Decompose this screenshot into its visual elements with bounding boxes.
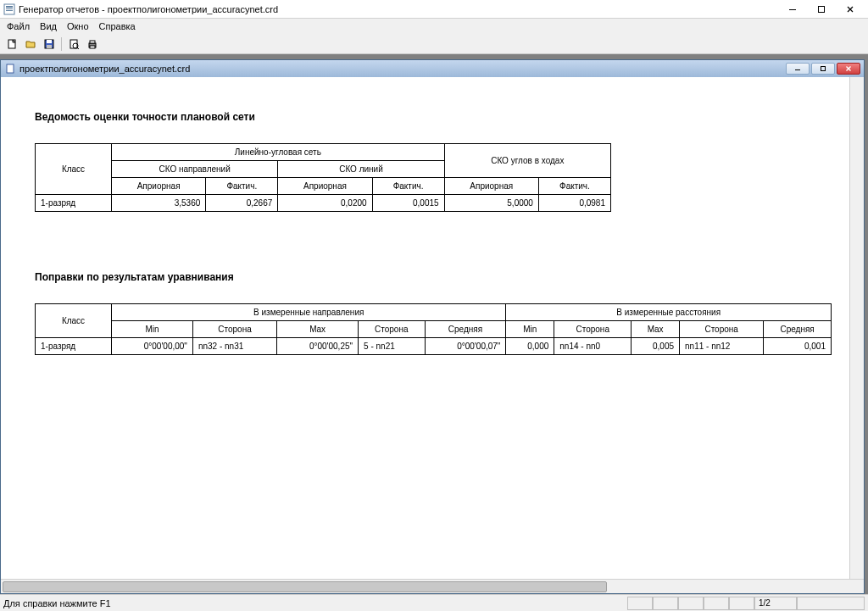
t1-r0-dir-ap: 3,5360 [112, 195, 206, 212]
new-button[interactable] [3, 36, 20, 53]
t2-r0-d-min-side: nn32 - nn31 [192, 338, 276, 355]
t2-h-s-max: Max [632, 321, 680, 338]
t1-r0-ang-ap: 5,0000 [444, 195, 538, 212]
t2-r0-s-max: 0,005 [632, 338, 680, 355]
close-button[interactable] [836, 1, 865, 18]
section2-title: Поправки по результатам уравнивания [35, 271, 830, 283]
status-page-indicator: 1/2 [754, 597, 797, 610]
table-row: 1-разряд 0°00'00,00" nn32 - nn31 0°00'00… [36, 338, 832, 355]
t2-h-meas-dir: В измеренные направления [112, 304, 506, 321]
t1-r0-lin-ap: 0,0200 [278, 195, 372, 212]
t2-h-d-avg: Средняя [425, 321, 506, 338]
t2-h-d-min-side: Сторона [192, 321, 276, 338]
statusbar: Для справки нажмите F1 1/2 [0, 594, 868, 611]
document-controls [786, 63, 860, 75]
mdi-client: проектполигонометрии_accuracynet.crd Вед… [0, 54, 868, 594]
t1-r0-dir-fc: 0,2667 [206, 195, 278, 212]
app-icon [3, 3, 15, 15]
print-preview-button[interactable] [65, 36, 82, 53]
status-cell-1 [627, 597, 653, 610]
t2-h-s-min: Min [506, 321, 554, 338]
t2-r0-s-min-side: nn14 - nn0 [554, 338, 632, 355]
t2-r0-s-avg: 0,001 [764, 338, 832, 355]
t1-h-linang: Линейно-угловая сеть [112, 144, 445, 161]
t1-h-dir-ap: Априорная [112, 178, 206, 195]
status-cell-7 [797, 597, 865, 610]
svg-rect-8 [47, 40, 52, 43]
status-cell-3 [678, 597, 704, 610]
status-cells: 1/2 [627, 597, 865, 610]
svg-rect-16 [7, 64, 14, 73]
t2-r0-s-max-side: nn11 - nn12 [680, 338, 764, 355]
t2-h-meas-dist: В измеренные расстояния [506, 304, 832, 321]
t2-r0-class: 1-разряд [36, 338, 112, 355]
svg-rect-4 [789, 9, 796, 10]
t1-r0-lin-fc: 0,0015 [372, 195, 444, 212]
menu-window[interactable]: Окно [62, 19, 94, 33]
t2-h-class: Класс [36, 304, 112, 338]
report-page: Ведомость оценки точности плановой сети … [1, 77, 864, 579]
doc-minimize-button[interactable] [786, 63, 810, 75]
print-button[interactable] [84, 36, 101, 53]
t1-h-class: Класс [36, 144, 112, 195]
document-horizontal-scrollbar[interactable] [1, 579, 864, 593]
t2-h-d-min: Min [112, 321, 193, 338]
menu-view[interactable]: Вид [35, 19, 62, 33]
status-cell-2 [653, 597, 678, 610]
svg-rect-5 [819, 6, 825, 12]
accuracy-table: Класс Линейно-угловая сеть СКО углов в х… [35, 143, 611, 212]
document-title: проектполигонометрии_accuracynet.crd [19, 64, 786, 74]
document-icon [4, 63, 16, 75]
svg-rect-17 [795, 69, 800, 70]
save-button[interactable] [41, 36, 58, 53]
minimize-button[interactable] [778, 1, 807, 18]
maximize-button[interactable] [807, 1, 836, 18]
t1-h-ang-ap: Априорная [444, 178, 538, 195]
doc-maximize-button[interactable] [811, 63, 835, 75]
window-title: Генератор отчетов - проектполигонометрии… [19, 4, 778, 14]
menu-help[interactable]: Справка [94, 19, 141, 33]
app-window: Генератор отчетов - проектполигонометрии… [0, 0, 868, 611]
status-help-text: Для справки нажмите F1 [3, 598, 627, 608]
t1-h-sko-line: СКО линий [278, 161, 444, 178]
table-row: 1-разряд 3,5360 0,2667 0,0200 0,0015 5,0… [36, 195, 611, 212]
t2-h-s-avg: Средняя [764, 321, 832, 338]
menubar: Файл Вид Окно Справка [0, 19, 868, 34]
document-vertical-scrollbar[interactable] [849, 77, 864, 579]
open-button[interactable] [22, 36, 39, 53]
t2-h-d-max-side: Сторона [359, 321, 425, 338]
t1-h-sko-angles: СКО углов в ходах [444, 144, 610, 178]
svg-rect-3 [6, 10, 13, 11]
t1-h-lin-fc: Фактич. [372, 178, 444, 195]
menu-file[interactable]: Файл [2, 19, 35, 33]
svg-rect-1 [6, 6, 13, 8]
document-window: проектполигонометрии_accuracynet.crd Вед… [0, 59, 865, 594]
svg-line-12 [77, 47, 79, 49]
svg-rect-9 [47, 45, 52, 48]
status-cell-4 [704, 597, 729, 610]
t2-h-d-max: Max [277, 321, 359, 338]
hscroll-thumb[interactable] [3, 581, 607, 592]
svg-rect-14 [90, 41, 95, 43]
t2-r0-d-avg: 0°00'00,07" [425, 338, 506, 355]
toolbar [0, 34, 868, 54]
t1-h-lin-ap: Априорная [278, 178, 372, 195]
t2-h-s-min-side: Сторона [554, 321, 632, 338]
doc-close-button[interactable] [837, 63, 860, 75]
status-cell-5 [729, 597, 754, 610]
t1-h-dir-fc: Фактич. [206, 178, 278, 195]
outer-titlebar: Генератор отчетов - проектполигонометрии… [0, 0, 868, 19]
svg-rect-18 [821, 67, 826, 71]
svg-rect-2 [6, 8, 13, 9]
document-titlebar[interactable]: проектполигонометрии_accuracynet.crd [1, 60, 864, 77]
toolbar-separator [61, 37, 62, 51]
t2-h-s-max-side: Сторона [680, 321, 764, 338]
section1-title: Ведомость оценки точности плановой сети [35, 111, 830, 123]
window-controls [778, 1, 865, 18]
t2-r0-s-min: 0,000 [506, 338, 554, 355]
t1-r0-class: 1-разряд [36, 195, 112, 212]
document-content: Ведомость оценки точности плановой сети … [1, 77, 864, 593]
corrections-table: Класс В измеренные направления В измерен… [35, 303, 832, 355]
svg-rect-15 [90, 46, 95, 48]
t1-r0-ang-fc: 0,0981 [538, 195, 610, 212]
